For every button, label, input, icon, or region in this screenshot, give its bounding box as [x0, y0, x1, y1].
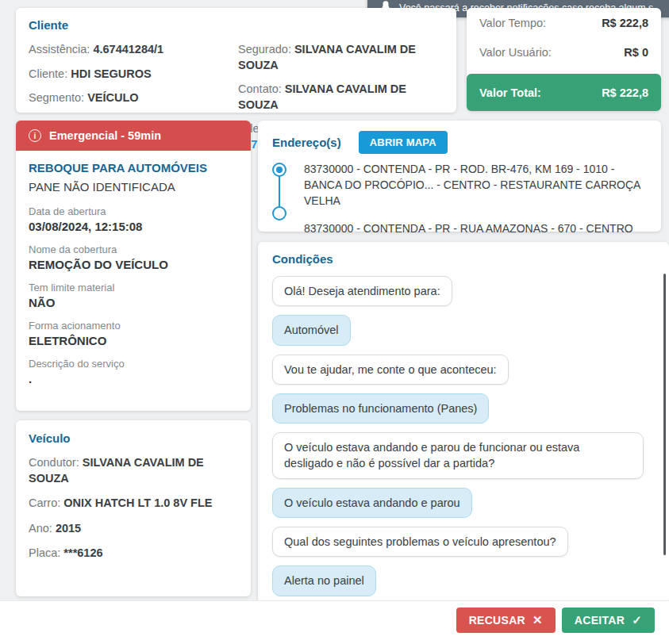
- address-destination[interactable]: 83730000 - CONTENDA - PR - RUA AMAZONAS …: [304, 221, 647, 237]
- servico-body: REBOQUE PARA AUTOMÓVEIS PANE NÃO IDENTIF…: [16, 151, 251, 406]
- emergencial-badge: i Emergencial - 59min: [16, 121, 251, 151]
- action-bar: RECUSAR ✕ ACEITAR ✓: [0, 600, 669, 644]
- veiculo-condutor: Condutor: SILVANA CAVALIM DE SOUZA: [29, 455, 238, 486]
- chat-bubble-answer: Automóvel: [272, 315, 351, 345]
- recusar-label: RECUSAR: [469, 614, 525, 627]
- cliente-contato: Contato: SILVANA CAVALIM DE SOUZA: [238, 82, 444, 113]
- cliente-assistencia: Assistência: 4.67441284/1: [29, 42, 227, 58]
- enderecos-header: Endereço(s) ABRIR MAPA: [272, 131, 647, 154]
- chat-bubble-answer: Alerta no painel: [272, 565, 376, 596]
- servico-subtitle: PANE NÃO IDENTIFICADA: [29, 180, 238, 194]
- aceitar-button[interactable]: ACEITAR ✓: [562, 608, 655, 633]
- field-nome-cobertura: Nome da cobertura REMOÇÃO DO VEÍCULO: [29, 243, 238, 271]
- x-icon: ✕: [533, 613, 543, 627]
- field-limite-material: Tem limite material NÃO: [29, 282, 238, 309]
- veiculo-ano: Ano: 2015: [29, 521, 238, 537]
- chat-bubble-question: Qual dos seguintes problemas o veículo a…: [272, 527, 568, 557]
- servico-card: i Emergencial - 59min REBOQUE PARA AUTOM…: [16, 121, 251, 411]
- enderecos-card: Endereço(s) ABRIR MAPA 83730000 - CONTEN…: [258, 121, 661, 232]
- cliente-card: Cliente Assistência: 4.67441284/1 Client…: [16, 8, 456, 113]
- info-icon: i: [29, 129, 41, 142]
- address-origin[interactable]: 83730000 - CONTENDA - PR - ROD. BR-476, …: [304, 162, 647, 209]
- valor-tempo-row: Valor Tempo: R$ 222,8: [467, 8, 661, 37]
- check-icon: ✓: [632, 613, 642, 627]
- veiculo-card: Veículo Condutor: SILVANA CAVALIM DE SOU…: [16, 420, 251, 596]
- servico-title: REBOQUE PARA AUTOMÓVEIS: [29, 161, 238, 174]
- cliente-segurado: Segurado: SILVANA CAVALIM DE SOUZA: [238, 42, 444, 73]
- chat-bubble-question: O veículo estava andando e parou de func…: [272, 432, 644, 479]
- valor-usuario-row: Valor Usuário: R$ 0: [467, 37, 661, 67]
- aceitar-label: ACEITAR: [575, 614, 625, 627]
- enderecos-title: Endereço(s): [272, 136, 341, 149]
- address-list: 83730000 - CONTENDA - PR - ROD. BR-476, …: [272, 162, 647, 237]
- veiculo-carro: Carro: ONIX HATCH LT 1.0 8V FLE: [29, 496, 238, 512]
- condicoes-card: Condições Olá! Deseja atendimento para: …: [258, 242, 669, 603]
- condicoes-title: Condições: [272, 252, 333, 266]
- cliente-title: Cliente: [29, 18, 68, 32]
- field-data-abertura: Data de abertura 03/08/2024, 12:15:08: [29, 205, 238, 233]
- field-forma-acionamento: Forma acionamento ELETRÔNICO: [29, 320, 238, 347]
- field-descricao-servico: Descrição do serviço .: [29, 358, 238, 385]
- veiculo-title: Veículo: [29, 431, 238, 445]
- valor-total-row: Valor Total: R$ 222,8: [467, 74, 661, 111]
- recusar-button[interactable]: RECUSAR ✕: [456, 608, 556, 633]
- cliente-segmento: Segmento: VEÍCULO: [29, 90, 227, 106]
- valores-card: Valor Tempo: R$ 222,8 Valor Usuário: R$ …: [467, 8, 661, 111]
- chat-bubble-question: Vou te ajudar, me conte o que aconteceu:: [272, 355, 509, 385]
- veiculo-placa: Placa: ***6126: [29, 546, 238, 562]
- origin-radio-icon[interactable]: [272, 163, 286, 177]
- abrir-mapa-button[interactable]: ABRIR MAPA: [359, 131, 448, 154]
- route-connector-line: [279, 176, 280, 208]
- chat-scrollbar[interactable]: [663, 274, 666, 555]
- emergencial-label: Emergencial - 59min: [49, 129, 161, 142]
- chat-bubble-answer: O veículo estava andando e parou: [272, 488, 472, 518]
- chat-bubble-answer: Problemas no funcionamento (Panes): [272, 393, 489, 424]
- cliente-cliente: Cliente: HDI SEGUROS: [29, 67, 227, 82]
- chat-bubble-question: Olá! Deseja atendimento para:: [272, 276, 452, 306]
- destination-radio-icon[interactable]: [272, 206, 286, 220]
